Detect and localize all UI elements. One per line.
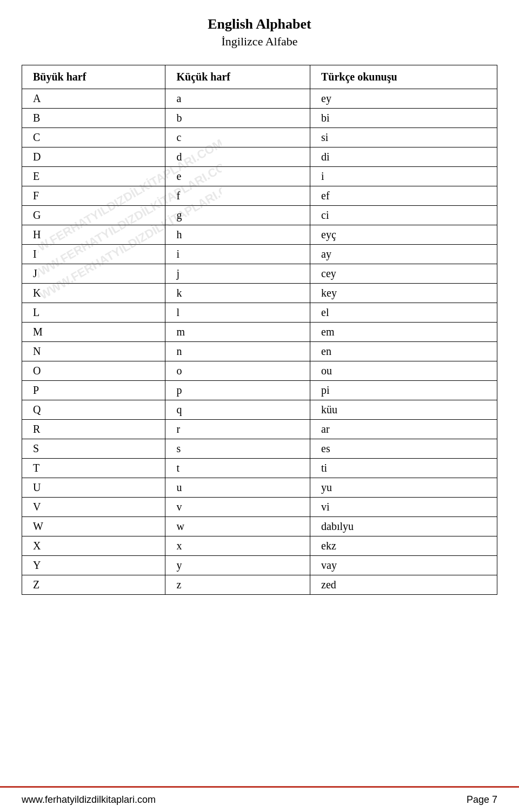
table-row: Nnen xyxy=(22,342,497,361)
cell-lowercase: n xyxy=(165,342,310,361)
cell-lowercase: q xyxy=(165,400,310,420)
cell-lowercase: z xyxy=(165,575,310,595)
cell-lowercase: j xyxy=(165,264,310,284)
footer-url: www.ferhatyildizdilkitaplari.com xyxy=(22,794,156,806)
table-row: Wwdabılyu xyxy=(22,517,497,536)
cell-uppercase: X xyxy=(22,536,165,556)
table-row: Xxekz xyxy=(22,536,497,556)
table-row: Hheyç xyxy=(22,225,497,245)
cell-pronunciation: küu xyxy=(310,400,497,420)
cell-lowercase: p xyxy=(165,381,310,400)
cell-pronunciation: yu xyxy=(310,478,497,498)
footer-page: Page 7 xyxy=(467,794,497,806)
cell-pronunciation: ou xyxy=(310,361,497,381)
cell-pronunciation: eyç xyxy=(310,225,497,245)
cell-uppercase: F xyxy=(22,186,165,206)
cell-lowercase: e xyxy=(165,167,310,186)
cell-lowercase: v xyxy=(165,498,310,517)
cell-lowercase: f xyxy=(165,186,310,206)
cell-uppercase: B xyxy=(22,109,165,128)
cell-pronunciation: ekz xyxy=(310,536,497,556)
cell-lowercase: w xyxy=(165,517,310,536)
table-row: Ccsi xyxy=(22,128,497,147)
table-row: Zzzed xyxy=(22,575,497,595)
table-row: Aaey xyxy=(22,89,497,109)
cell-uppercase: V xyxy=(22,498,165,517)
cell-lowercase: y xyxy=(165,556,310,575)
cell-lowercase: k xyxy=(165,284,310,303)
cell-lowercase: i xyxy=(165,245,310,264)
cell-pronunciation: cey xyxy=(310,264,497,284)
table-row: Qqküu xyxy=(22,400,497,420)
table-row: Pppi xyxy=(22,381,497,400)
table-row: Ggci xyxy=(22,206,497,225)
cell-pronunciation: key xyxy=(310,284,497,303)
cell-uppercase: G xyxy=(22,206,165,225)
cell-lowercase: s xyxy=(165,439,310,459)
cell-uppercase: S xyxy=(22,439,165,459)
page-content: English Alphabet İngilizce Alfabe WWW.FE… xyxy=(0,0,519,786)
col-header-lowercase: Küçük harf xyxy=(165,65,310,89)
cell-lowercase: l xyxy=(165,303,310,323)
table-row: Kkkey xyxy=(22,284,497,303)
cell-pronunciation: es xyxy=(310,439,497,459)
table-row: Jjcey xyxy=(22,264,497,284)
page-footer: www.ferhatyildizdilkitaplari.com Page 7 xyxy=(0,786,519,812)
cell-uppercase: Q xyxy=(22,400,165,420)
table-row: Vvvi xyxy=(22,498,497,517)
cell-uppercase: A xyxy=(22,89,165,109)
cell-pronunciation: si xyxy=(310,128,497,147)
table-row: Mmem xyxy=(22,323,497,342)
cell-pronunciation: ti xyxy=(310,459,497,478)
cell-uppercase: H xyxy=(22,225,165,245)
table-row: Yyvay xyxy=(22,556,497,575)
cell-lowercase: c xyxy=(165,128,310,147)
cell-uppercase: K xyxy=(22,284,165,303)
cell-pronunciation: vay xyxy=(310,556,497,575)
cell-pronunciation: di xyxy=(310,147,497,167)
cell-uppercase: E xyxy=(22,167,165,186)
page-title: English Alphabet xyxy=(22,16,497,32)
cell-uppercase: J xyxy=(22,264,165,284)
cell-lowercase: b xyxy=(165,109,310,128)
cell-lowercase: g xyxy=(165,206,310,225)
table-row: Ttti xyxy=(22,459,497,478)
cell-lowercase: x xyxy=(165,536,310,556)
cell-uppercase: P xyxy=(22,381,165,400)
cell-pronunciation: ci xyxy=(310,206,497,225)
table-row: Ooou xyxy=(22,361,497,381)
table-row: Sses xyxy=(22,439,497,459)
cell-uppercase: Z xyxy=(22,575,165,595)
cell-lowercase: o xyxy=(165,361,310,381)
cell-lowercase: u xyxy=(165,478,310,498)
table-row: Ffef xyxy=(22,186,497,206)
table-header-row: Büyük harf Küçük harf Türkçe okunuşu xyxy=(22,65,497,89)
cell-uppercase: O xyxy=(22,361,165,381)
table-row: Bbbi xyxy=(22,109,497,128)
table-row: Llel xyxy=(22,303,497,323)
cell-uppercase: U xyxy=(22,478,165,498)
cell-pronunciation: vi xyxy=(310,498,497,517)
cell-uppercase: N xyxy=(22,342,165,361)
cell-uppercase: C xyxy=(22,128,165,147)
cell-lowercase: t xyxy=(165,459,310,478)
cell-pronunciation: em xyxy=(310,323,497,342)
cell-uppercase: R xyxy=(22,420,165,439)
cell-lowercase: m xyxy=(165,323,310,342)
table-row: Dddi xyxy=(22,147,497,167)
table-row: Iiay xyxy=(22,245,497,264)
cell-pronunciation: ar xyxy=(310,420,497,439)
cell-lowercase: h xyxy=(165,225,310,245)
cell-pronunciation: ef xyxy=(310,186,497,206)
cell-pronunciation: pi xyxy=(310,381,497,400)
cell-uppercase: M xyxy=(22,323,165,342)
cell-pronunciation: bi xyxy=(310,109,497,128)
cell-pronunciation: i xyxy=(310,167,497,186)
cell-pronunciation: el xyxy=(310,303,497,323)
cell-uppercase: D xyxy=(22,147,165,167)
cell-uppercase: W xyxy=(22,517,165,536)
cell-lowercase: r xyxy=(165,420,310,439)
table-row: Eei xyxy=(22,167,497,186)
col-header-pronunciation: Türkçe okunuşu xyxy=(310,65,497,89)
cell-uppercase: L xyxy=(22,303,165,323)
